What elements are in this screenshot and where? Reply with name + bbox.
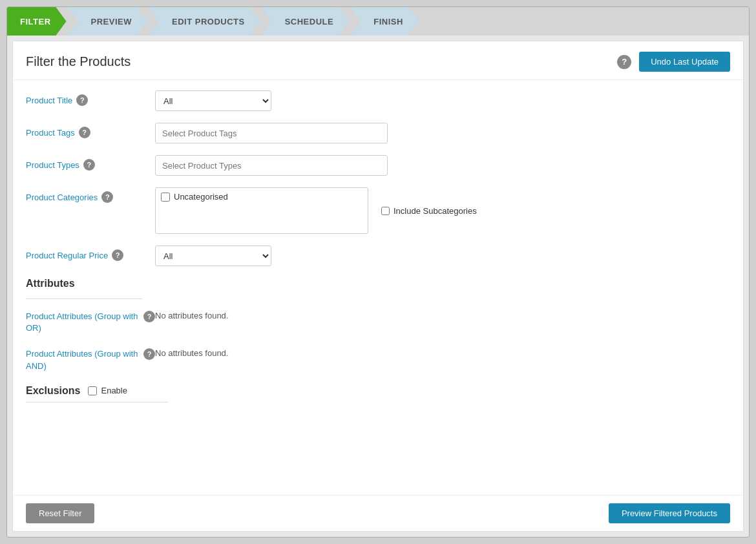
page-title: Filter the Products — [26, 54, 131, 69]
include-subcategories-label: Include Subcategories — [394, 206, 477, 216]
progress-bar: FILTER PREVIEW EDIT PRODUCTS SCHEDULE FI… — [7, 7, 749, 36]
product-price-label: Product Regular Price — [26, 251, 108, 260]
attributes-and-row: Product Attributes (Group with AND) ? No… — [26, 347, 730, 371]
product-title-row: Product Title ? All Starts with Contains… — [26, 90, 730, 111]
attributes-or-label: Product Attributes (Group with OR) — [26, 311, 140, 334]
form-footer: Reset Filter Preview Filtered Products — [13, 495, 743, 531]
product-types-label-col: Product Types ? — [26, 155, 155, 171]
product-price-label-col: Product Regular Price ? — [26, 246, 155, 261]
product-title-select[interactable]: All Starts with Contains Ends with — [155, 90, 271, 111]
header-actions: ? Undo Last Update — [617, 52, 730, 72]
exclusions-enable-checkbox[interactable] — [88, 386, 97, 395]
product-types-input[interactable] — [155, 155, 388, 176]
attributes-divider — [26, 298, 142, 299]
reset-filter-button[interactable]: Reset Filter — [26, 503, 94, 523]
attributes-and-label: Product Attributes (Group with AND) — [26, 348, 140, 371]
form-area: Product Title ? All Starts with Contains… — [13, 80, 743, 495]
attributes-or-help-icon[interactable]: ? — [143, 311, 155, 322]
product-tags-label-col: Product Tags ? — [26, 123, 155, 138]
undo-button[interactable]: Undo Last Update — [639, 52, 730, 72]
product-price-select[interactable]: All Greater than Less than Between — [155, 246, 271, 266]
product-tags-help-icon[interactable]: ? — [79, 127, 90, 138]
product-types-row: Product Types ? — [26, 155, 730, 176]
product-categories-help-icon[interactable]: ? — [101, 191, 113, 203]
product-tags-row: Product Tags ? — [26, 123, 730, 143]
step-edit-products[interactable]: EDIT PRODUCTS — [149, 7, 260, 36]
exclusions-heading: Exclusions — [26, 385, 80, 397]
include-subcategories-checkbox[interactable] — [381, 207, 390, 215]
exclusions-heading-row: Exclusions Enable — [26, 385, 730, 397]
product-price-help-icon[interactable]: ? — [112, 249, 123, 261]
attributes-and-label-col: Product Attributes (Group with AND) ? — [26, 347, 155, 371]
product-types-help-icon[interactable]: ? — [83, 159, 95, 171]
categories-box[interactable]: Uncategorised — [155, 187, 368, 234]
main-panel: Filter the Products ? Undo Last Update P… — [12, 41, 744, 532]
preview-filtered-button[interactable]: Preview Filtered Products — [609, 503, 730, 523]
product-categories-label: Product Categories — [26, 193, 98, 202]
attributes-and-value: No attributes found. — [155, 348, 228, 358]
attributes-or-row: Product Attributes (Group with OR) ? No … — [26, 309, 730, 334]
product-price-row: Product Regular Price ? All Greater than… — [26, 246, 730, 266]
category-uncategorised-checkbox[interactable] — [161, 193, 170, 202]
product-categories-label-col: Product Categories ? — [26, 187, 155, 203]
page-header: Filter the Products ? Undo Last Update — [13, 41, 743, 80]
help-icon[interactable]: ? — [617, 55, 631, 69]
product-tags-label: Product Tags — [26, 128, 75, 138]
category-uncategorised[interactable]: Uncategorised — [161, 192, 228, 202]
step-schedule[interactable]: SCHEDULE — [262, 7, 350, 36]
product-price-control: All Greater than Less than Between — [155, 246, 730, 266]
product-categories-control: Uncategorised Include Subcategories — [155, 187, 730, 234]
step-finish[interactable]: FINISH — [350, 7, 419, 36]
attributes-and-help-icon[interactable]: ? — [143, 348, 155, 360]
category-uncategorised-label: Uncategorised — [174, 192, 228, 202]
include-subcategories[interactable]: Include Subcategories — [381, 206, 477, 216]
attributes-heading: Attributes — [26, 278, 730, 293]
product-categories-row: Product Categories ? Uncategorised — [26, 187, 730, 234]
step-filter[interactable]: FILTER — [7, 7, 67, 36]
product-title-label: Product Title — [26, 96, 72, 105]
exclusions-enable[interactable]: Enable — [88, 386, 127, 395]
product-tags-input[interactable] — [155, 123, 388, 143]
exclusions-divider — [26, 402, 168, 403]
product-title-control: All Starts with Contains Ends with — [155, 90, 730, 111]
step-preview[interactable]: PREVIEW — [68, 7, 147, 36]
exclusions-enable-label: Enable — [101, 386, 127, 395]
attributes-or-value: No attributes found. — [155, 311, 228, 320]
attributes-or-label-col: Product Attributes (Group with OR) ? — [26, 309, 155, 334]
product-title-help-icon[interactable]: ? — [76, 94, 88, 106]
app-container: FILTER PREVIEW EDIT PRODUCTS SCHEDULE FI… — [6, 6, 750, 538]
product-tags-control — [155, 123, 730, 143]
product-types-control — [155, 155, 730, 176]
product-types-label: Product Types — [26, 160, 79, 170]
product-title-label-col: Product Title ? — [26, 90, 155, 106]
